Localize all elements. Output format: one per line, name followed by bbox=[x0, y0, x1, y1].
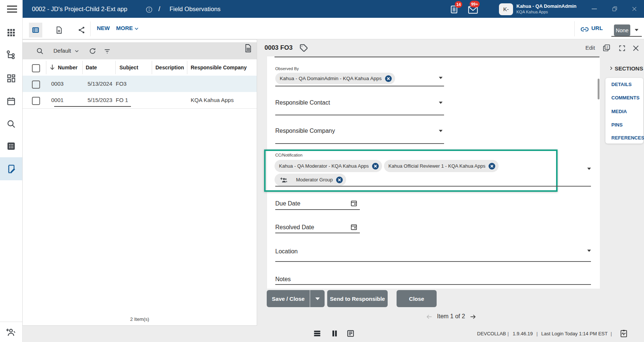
section-link-media[interactable]: MEDIA bbox=[611, 109, 627, 114]
view-columns-icon[interactable] bbox=[331, 330, 338, 337]
cc-chip[interactable]: Kahua Official Reviewer 1 - KQA Kahua Ap… bbox=[384, 160, 499, 172]
responsible-company-dropdown-icon[interactable] bbox=[439, 130, 443, 132]
info-icon[interactable] bbox=[145, 6, 153, 13]
close-button[interactable]: Close bbox=[397, 290, 437, 307]
new-button[interactable]: NEW bbox=[97, 18, 110, 39]
cell-date[interactable]: 5/13/2024 bbox=[88, 76, 112, 92]
column-header-number[interactable]: Number bbox=[58, 59, 78, 76]
section-link-pins[interactable]: PINS bbox=[611, 122, 622, 128]
cell-number[interactable]: 0003 bbox=[51, 76, 63, 92]
add-user-icon[interactable] bbox=[5, 327, 16, 338]
row-checkbox[interactable] bbox=[32, 97, 40, 105]
due-date-underline bbox=[275, 209, 360, 210]
form-scrollbar[interactable] bbox=[598, 79, 599, 99]
remove-chip-icon[interactable] bbox=[385, 75, 392, 82]
save-close-dropdown-button[interactable] bbox=[310, 290, 325, 307]
remove-chip-icon[interactable] bbox=[372, 162, 379, 170]
cell-subject[interactable]: FO3 bbox=[116, 76, 126, 92]
previous-item-icon[interactable] bbox=[425, 313, 433, 320]
grid-col-divider[interactable] bbox=[187, 61, 187, 74]
duplicate-icon[interactable]: 2 bbox=[602, 44, 611, 52]
document-view-icon[interactable] bbox=[55, 26, 63, 34]
sections-header[interactable]: SECTIONS bbox=[615, 65, 643, 72]
url-label[interactable]: URL bbox=[591, 18, 603, 39]
sidebar-item-search[interactable] bbox=[6, 119, 16, 129]
view-rows-icon[interactable] bbox=[313, 330, 321, 337]
responsible-company-underline bbox=[275, 143, 444, 144]
filter-icon[interactable] bbox=[104, 48, 111, 55]
view-document-icon[interactable] bbox=[346, 329, 355, 338]
user-name[interactable]: Kahua - QA DomainAdmin bbox=[516, 3, 576, 9]
column-header-date[interactable]: Date bbox=[86, 59, 97, 76]
project-title[interactable]: 0002 - JD's Project-Child 2-Ext app bbox=[32, 0, 127, 18]
export-icon[interactable] bbox=[244, 44, 252, 53]
column-header-subject[interactable]: Subject bbox=[119, 59, 138, 76]
location-dropdown-icon[interactable] bbox=[587, 250, 591, 252]
version-label: 1.9.46.19 bbox=[513, 331, 533, 336]
observed-by-chip[interactable]: Kahua - QA DomainAdmin - KQA Kahua Apps bbox=[275, 73, 395, 84]
responsible-contact-label: Responsible Contact bbox=[275, 99, 330, 106]
none-dropdown-icon[interactable] bbox=[635, 29, 638, 31]
url-link-icon[interactable] bbox=[580, 26, 589, 33]
more-chevron-icon[interactable] bbox=[134, 26, 139, 31]
share-icon[interactable] bbox=[78, 26, 86, 34]
cell-responsible-company[interactable]: KQA Kahua Apps bbox=[191, 92, 234, 108]
refresh-icon[interactable] bbox=[89, 47, 96, 55]
grid-col-divider[interactable] bbox=[152, 61, 152, 74]
url-divider bbox=[574, 21, 575, 36]
next-item-icon[interactable] bbox=[469, 313, 477, 320]
save-close-button[interactable]: Save / Close bbox=[267, 290, 310, 307]
sidebar-item-calendar[interactable] bbox=[6, 96, 16, 106]
view-selector-chevron-icon[interactable] bbox=[74, 49, 79, 53]
observed-by-dropdown-icon[interactable] bbox=[439, 77, 443, 79]
sidebar-item-workflow[interactable] bbox=[6, 50, 16, 60]
cc-dropdown-icon[interactable] bbox=[587, 168, 591, 170]
resolved-date-underline bbox=[275, 233, 360, 233]
select-all-checkbox[interactable] bbox=[32, 64, 40, 72]
cc-chip-text: Kahua - QA Moderator - KQA Kahua Apps bbox=[279, 163, 369, 169]
row-checkbox[interactable] bbox=[32, 80, 40, 89]
none-button[interactable]: None bbox=[614, 24, 630, 36]
remove-chip-icon[interactable] bbox=[336, 176, 343, 184]
item-count: 2 Item(s) bbox=[23, 316, 257, 322]
grid-col-divider[interactable] bbox=[115, 61, 116, 74]
view-selector[interactable]: Default bbox=[53, 42, 71, 59]
resolved-date-calendar-icon[interactable] bbox=[350, 223, 358, 231]
edit-button[interactable]: Edit bbox=[585, 39, 595, 56]
section-link-references[interactable]: REFERENCES bbox=[611, 135, 644, 141]
window-minimize-icon[interactable] bbox=[592, 9, 597, 9]
responsible-contact-dropdown-icon[interactable] bbox=[439, 102, 443, 104]
more-button[interactable]: MORE bbox=[116, 18, 133, 39]
send-to-responsible-button[interactable]: Send to Responsible bbox=[327, 290, 388, 307]
menu-icon[interactable] bbox=[7, 6, 17, 13]
observed-by-chip-text: Kahua - QA DomainAdmin - KQA Kahua Apps bbox=[280, 76, 382, 81]
column-header-responsible-company[interactable]: Responsible Company bbox=[191, 59, 247, 76]
cc-chip[interactable]: Kahua - QA Moderator - KQA Kahua Apps bbox=[275, 160, 382, 172]
cc-group-chip[interactable]: Moderator Group bbox=[275, 174, 346, 186]
sidebar-bottom-divider bbox=[0, 322, 22, 322]
activity-log-icon[interactable] bbox=[620, 329, 628, 338]
window-restore-icon[interactable] bbox=[612, 6, 618, 12]
avatar[interactable]: K- bbox=[499, 3, 513, 15]
sidebar-item-grid[interactable] bbox=[6, 141, 16, 151]
expand-icon[interactable] bbox=[618, 45, 626, 52]
sidebar-item-apps[interactable] bbox=[6, 28, 16, 37]
column-header-description[interactable]: Description bbox=[155, 59, 184, 76]
observed-by-underline bbox=[275, 86, 444, 86]
table-view-icon[interactable] bbox=[32, 26, 40, 34]
sidebar-item-dashboard[interactable] bbox=[6, 73, 16, 83]
cc-notification-label: CC/Notification bbox=[275, 153, 302, 157]
remove-chip-icon[interactable] bbox=[488, 162, 496, 170]
grid-col-divider[interactable] bbox=[46, 61, 46, 74]
field-observations-icon[interactable] bbox=[6, 164, 16, 174]
grid-col-divider[interactable] bbox=[82, 61, 83, 74]
sort-descending-icon[interactable] bbox=[49, 63, 56, 71]
section-link-comments[interactable]: COMMENTS bbox=[611, 95, 640, 101]
sections-chevron-icon[interactable] bbox=[609, 66, 613, 70]
tag-icon[interactable] bbox=[299, 43, 308, 53]
due-date-calendar-icon[interactable] bbox=[350, 200, 358, 207]
list-search-icon[interactable] bbox=[36, 47, 44, 55]
close-detail-icon[interactable] bbox=[632, 45, 640, 52]
window-close-icon[interactable] bbox=[631, 6, 637, 12]
section-link-details[interactable]: DETAILS bbox=[611, 82, 632, 87]
